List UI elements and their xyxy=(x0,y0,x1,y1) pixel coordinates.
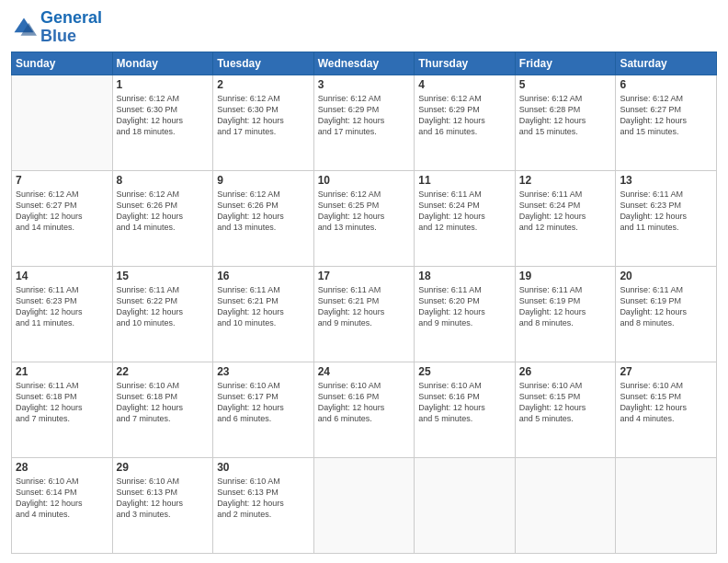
logo-icon xyxy=(11,15,37,40)
calendar-day-cell: 9Sunrise: 6:12 AM Sunset: 6:26 PM Daylig… xyxy=(213,170,314,266)
day-info: Sunrise: 6:11 AM Sunset: 6:18 PM Dayligh… xyxy=(16,380,108,425)
logo: General Blue xyxy=(11,9,102,46)
calendar-day-cell: 19Sunrise: 6:11 AM Sunset: 6:19 PM Dayli… xyxy=(515,266,616,362)
day-info: Sunrise: 6:11 AM Sunset: 6:21 PM Dayligh… xyxy=(217,284,310,329)
day-number: 29 xyxy=(117,461,210,474)
calendar-day-cell: 27Sunrise: 6:10 AM Sunset: 6:15 PM Dayli… xyxy=(616,362,717,457)
day-number: 28 xyxy=(16,461,108,474)
day-number: 5 xyxy=(519,78,612,91)
day-number: 25 xyxy=(418,365,511,378)
calendar-day-cell: 23Sunrise: 6:10 AM Sunset: 6:17 PM Dayli… xyxy=(213,362,314,457)
day-number: 21 xyxy=(16,365,108,378)
day-number: 19 xyxy=(519,270,612,282)
day-number: 16 xyxy=(217,270,310,282)
calendar-header-cell: Friday xyxy=(515,52,616,75)
day-info: Sunrise: 6:10 AM Sunset: 6:18 PM Dayligh… xyxy=(117,380,210,425)
day-info: Sunrise: 6:12 AM Sunset: 6:28 PM Dayligh… xyxy=(519,93,612,138)
day-info: Sunrise: 6:11 AM Sunset: 6:19 PM Dayligh… xyxy=(620,284,712,329)
day-info: Sunrise: 6:12 AM Sunset: 6:25 PM Dayligh… xyxy=(318,189,411,234)
calendar-week-row: 1Sunrise: 6:12 AM Sunset: 6:30 PM Daylig… xyxy=(12,75,717,170)
day-number: 4 xyxy=(418,78,511,91)
calendar-header-cell: Monday xyxy=(112,52,213,75)
day-info: Sunrise: 6:12 AM Sunset: 6:26 PM Dayligh… xyxy=(117,189,210,234)
day-number: 24 xyxy=(318,365,411,378)
day-info: Sunrise: 6:11 AM Sunset: 6:20 PM Dayligh… xyxy=(418,284,511,329)
calendar-day-cell xyxy=(616,457,717,553)
calendar-day-cell xyxy=(515,457,616,553)
calendar-week-row: 14Sunrise: 6:11 AM Sunset: 6:23 PM Dayli… xyxy=(12,266,717,362)
calendar-week-row: 28Sunrise: 6:10 AM Sunset: 6:14 PM Dayli… xyxy=(12,457,717,553)
calendar-day-cell: 2Sunrise: 6:12 AM Sunset: 6:30 PM Daylig… xyxy=(213,75,314,170)
day-info: Sunrise: 6:10 AM Sunset: 6:16 PM Dayligh… xyxy=(318,380,411,425)
calendar-week-row: 7Sunrise: 6:12 AM Sunset: 6:27 PM Daylig… xyxy=(12,170,717,266)
day-info: Sunrise: 6:10 AM Sunset: 6:13 PM Dayligh… xyxy=(217,476,310,521)
day-number: 13 xyxy=(620,174,712,187)
calendar-day-cell: 14Sunrise: 6:11 AM Sunset: 6:23 PM Dayli… xyxy=(12,266,113,362)
day-info: Sunrise: 6:10 AM Sunset: 6:15 PM Dayligh… xyxy=(519,380,612,425)
logo-text: General Blue xyxy=(40,9,102,46)
day-info: Sunrise: 6:12 AM Sunset: 6:29 PM Dayligh… xyxy=(418,93,511,138)
calendar-day-cell: 20Sunrise: 6:11 AM Sunset: 6:19 PM Dayli… xyxy=(616,266,717,362)
calendar-day-cell xyxy=(12,75,113,170)
calendar-day-cell: 8Sunrise: 6:12 AM Sunset: 6:26 PM Daylig… xyxy=(112,170,213,266)
calendar-day-cell: 10Sunrise: 6:12 AM Sunset: 6:25 PM Dayli… xyxy=(313,170,415,266)
calendar-week-row: 21Sunrise: 6:11 AM Sunset: 6:18 PM Dayli… xyxy=(12,362,717,457)
calendar-header-cell: Wednesday xyxy=(313,52,415,75)
calendar-day-cell: 28Sunrise: 6:10 AM Sunset: 6:14 PM Dayli… xyxy=(12,457,113,553)
calendar-day-cell: 6Sunrise: 6:12 AM Sunset: 6:27 PM Daylig… xyxy=(616,75,717,170)
calendar-day-cell: 25Sunrise: 6:10 AM Sunset: 6:16 PM Dayli… xyxy=(415,362,516,457)
day-number: 9 xyxy=(217,174,310,187)
day-number: 14 xyxy=(16,270,108,282)
day-info: Sunrise: 6:12 AM Sunset: 6:26 PM Dayligh… xyxy=(217,189,310,234)
day-number: 8 xyxy=(117,174,210,187)
calendar-day-cell: 17Sunrise: 6:11 AM Sunset: 6:21 PM Dayli… xyxy=(313,266,415,362)
day-info: Sunrise: 6:11 AM Sunset: 6:19 PM Dayligh… xyxy=(519,284,612,329)
day-number: 6 xyxy=(620,78,712,91)
day-info: Sunrise: 6:10 AM Sunset: 6:17 PM Dayligh… xyxy=(217,380,310,425)
day-info: Sunrise: 6:12 AM Sunset: 6:27 PM Dayligh… xyxy=(16,189,108,234)
calendar-day-cell: 26Sunrise: 6:10 AM Sunset: 6:15 PM Dayli… xyxy=(515,362,616,457)
calendar-day-cell xyxy=(313,457,415,553)
calendar-day-cell: 24Sunrise: 6:10 AM Sunset: 6:16 PM Dayli… xyxy=(313,362,415,457)
calendar-day-cell: 5Sunrise: 6:12 AM Sunset: 6:28 PM Daylig… xyxy=(515,75,616,170)
calendar-header-cell: Saturday xyxy=(616,52,717,75)
calendar-header-cell: Tuesday xyxy=(213,52,314,75)
day-number: 26 xyxy=(519,365,612,378)
calendar-day-cell: 4Sunrise: 6:12 AM Sunset: 6:29 PM Daylig… xyxy=(415,75,516,170)
day-info: Sunrise: 6:11 AM Sunset: 6:23 PM Dayligh… xyxy=(620,189,712,234)
day-number: 12 xyxy=(519,174,612,187)
calendar-day-cell: 30Sunrise: 6:10 AM Sunset: 6:13 PM Dayli… xyxy=(213,457,314,553)
calendar-day-cell: 12Sunrise: 6:11 AM Sunset: 6:24 PM Dayli… xyxy=(515,170,616,266)
day-info: Sunrise: 6:12 AM Sunset: 6:29 PM Dayligh… xyxy=(318,93,411,138)
day-info: Sunrise: 6:11 AM Sunset: 6:24 PM Dayligh… xyxy=(418,189,511,234)
day-number: 7 xyxy=(16,174,108,187)
calendar-day-cell: 15Sunrise: 6:11 AM Sunset: 6:22 PM Dayli… xyxy=(112,266,213,362)
day-number: 22 xyxy=(117,365,210,378)
day-number: 23 xyxy=(217,365,310,378)
day-info: Sunrise: 6:12 AM Sunset: 6:30 PM Dayligh… xyxy=(217,93,310,138)
calendar-header-cell: Thursday xyxy=(415,52,516,75)
calendar-day-cell: 7Sunrise: 6:12 AM Sunset: 6:27 PM Daylig… xyxy=(12,170,113,266)
day-info: Sunrise: 6:11 AM Sunset: 6:22 PM Dayligh… xyxy=(117,284,210,329)
day-info: Sunrise: 6:11 AM Sunset: 6:23 PM Dayligh… xyxy=(16,284,108,329)
day-info: Sunrise: 6:12 AM Sunset: 6:30 PM Dayligh… xyxy=(117,93,210,138)
day-info: Sunrise: 6:10 AM Sunset: 6:13 PM Dayligh… xyxy=(117,476,210,521)
calendar: SundayMondayTuesdayWednesdayThursdayFrid… xyxy=(11,52,717,554)
day-number: 30 xyxy=(217,461,310,474)
day-number: 15 xyxy=(117,270,210,282)
day-number: 20 xyxy=(620,270,712,282)
day-info: Sunrise: 6:11 AM Sunset: 6:21 PM Dayligh… xyxy=(318,284,411,329)
calendar-day-cell: 29Sunrise: 6:10 AM Sunset: 6:13 PM Dayli… xyxy=(112,457,213,553)
calendar-day-cell: 1Sunrise: 6:12 AM Sunset: 6:30 PM Daylig… xyxy=(112,75,213,170)
day-number: 11 xyxy=(418,174,511,187)
calendar-day-cell: 11Sunrise: 6:11 AM Sunset: 6:24 PM Dayli… xyxy=(415,170,516,266)
day-info: Sunrise: 6:10 AM Sunset: 6:15 PM Dayligh… xyxy=(620,380,712,425)
calendar-header-row: SundayMondayTuesdayWednesdayThursdayFrid… xyxy=(12,52,717,75)
day-number: 18 xyxy=(418,270,511,282)
day-info: Sunrise: 6:10 AM Sunset: 6:16 PM Dayligh… xyxy=(418,380,511,425)
day-number: 2 xyxy=(217,78,310,91)
page: General Blue SundayMondayTuesdayWednesda… xyxy=(0,0,728,563)
header: General Blue xyxy=(11,9,717,46)
calendar-day-cell xyxy=(415,457,516,553)
day-number: 10 xyxy=(318,174,411,187)
